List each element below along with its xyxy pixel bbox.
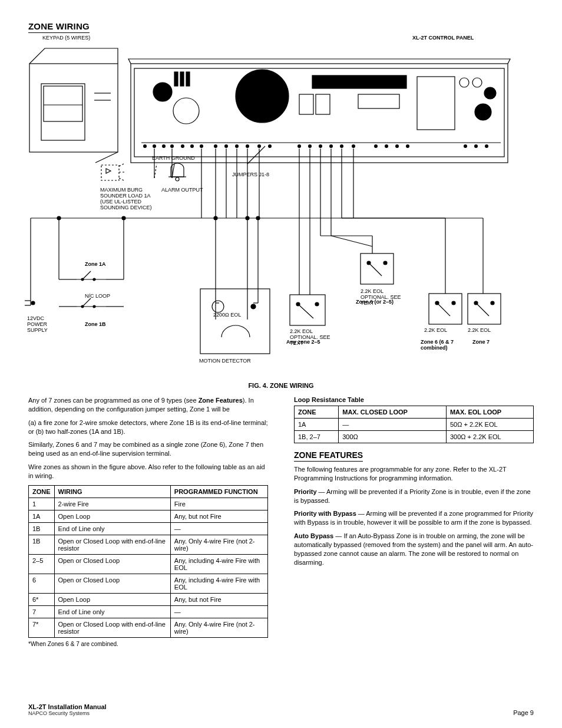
priority-bypass-title: Priority with Bypass bbox=[294, 510, 356, 517]
svg-point-120 bbox=[452, 301, 455, 305]
table-cell: 50Ω + 2.2K EOL bbox=[446, 419, 533, 431]
table-cell: Open or Closed Loop bbox=[54, 554, 170, 574]
priority-bypass-block: Priority with Bypass — Arming will be pr… bbox=[294, 509, 534, 527]
table-cell: 2-wire Fire bbox=[54, 498, 170, 510]
loop-res-title: Loop Resistance Table bbox=[294, 396, 534, 403]
svg-point-38 bbox=[485, 144, 488, 148]
svg-rect-114 bbox=[361, 253, 394, 284]
svg-point-51 bbox=[484, 87, 496, 99]
svg-point-36 bbox=[464, 144, 467, 148]
earth-label: EARTH GROUND bbox=[152, 156, 195, 162]
svg-point-28 bbox=[319, 144, 322, 148]
table-cell: 1B, 2–7 bbox=[295, 431, 339, 443]
svg-point-100 bbox=[212, 301, 224, 312]
svg-rect-99 bbox=[200, 289, 270, 354]
table-cell: Any, including 4-wire Fire with EOL bbox=[170, 574, 267, 593]
footer-title: XL-2T Installation Manual bbox=[28, 703, 107, 710]
svg-line-125 bbox=[476, 303, 489, 316]
svg-point-14 bbox=[153, 144, 156, 148]
svg-rect-6 bbox=[101, 165, 119, 180]
zone-wiring-table: ZONE WIRING PROGRAMMED FUNCTION 12-wire … bbox=[28, 485, 268, 638]
zw-h-func: PROGRAMMED FUNCTION bbox=[170, 485, 267, 498]
svg-line-113 bbox=[298, 304, 313, 318]
table-cell: Open or Closed Loop with end-of-line res… bbox=[54, 535, 170, 554]
svg-point-35 bbox=[406, 144, 409, 148]
svg-rect-42 bbox=[180, 72, 184, 86]
table-cell: Fire bbox=[170, 498, 267, 510]
zone-2-5: Any zone 2–5 bbox=[286, 340, 333, 345]
svg-point-27 bbox=[308, 144, 312, 148]
section-title: ZONE WIRING bbox=[28, 21, 90, 33]
svg-point-25 bbox=[268, 144, 272, 148]
priority-block: Priority — Arming will be prevented if a… bbox=[294, 487, 534, 505]
table-cell: End of Line only bbox=[54, 605, 170, 618]
wiring-diagram bbox=[24, 41, 536, 389]
table-cell: 1B bbox=[29, 535, 55, 554]
svg-point-109 bbox=[256, 216, 260, 220]
table-cell: 300Ω bbox=[339, 431, 447, 443]
zone-features-intro: The following features are programmable … bbox=[294, 465, 534, 483]
svg-line-121 bbox=[437, 303, 450, 316]
svg-line-88 bbox=[82, 298, 91, 307]
svg-point-112 bbox=[315, 302, 319, 306]
svg-rect-47 bbox=[312, 75, 406, 88]
figure-caption: FIG. 4. ZONE WIRING bbox=[248, 382, 313, 389]
alarm-label: ALARM OUTPUT bbox=[161, 187, 203, 193]
jumper-label: JUMPERS J1-8 bbox=[232, 172, 269, 178]
table-cell: Any. Only 4-wire Fire (not 2-wire) bbox=[170, 535, 267, 554]
svg-point-34 bbox=[395, 144, 399, 148]
left-column: Any of 7 zones can be programmed as one … bbox=[28, 396, 268, 653]
svg-point-104 bbox=[214, 216, 217, 220]
table-cell: Any, but not Fire bbox=[170, 593, 267, 605]
table-cell: 300Ω + 2.2K EOL bbox=[446, 431, 533, 443]
table-cell: Any. Only 4-wire Fire (not 2-wire) bbox=[170, 618, 267, 637]
svg-point-16 bbox=[170, 144, 174, 148]
lr-h-eol: MAX. EOL LOOP bbox=[446, 406, 533, 419]
table-cell: 6 bbox=[29, 574, 55, 593]
footer-sub: NAPCO Security Systems bbox=[28, 710, 107, 716]
table-cell: Any, including 4-wire Fire with EOL bbox=[170, 554, 267, 574]
svg-point-30 bbox=[340, 144, 343, 148]
zone-1b: Zone 1B bbox=[85, 322, 106, 328]
svg-marker-7 bbox=[106, 169, 111, 173]
svg-point-93 bbox=[57, 216, 61, 220]
table-cell: — bbox=[170, 522, 267, 535]
power-label: 12VDC POWER SUPPLY bbox=[27, 316, 62, 334]
zone-table-footnote: *When Zones 6 & 7 are combined. bbox=[28, 640, 268, 648]
zone-1a: Zone 1A bbox=[85, 262, 106, 268]
svg-line-8 bbox=[119, 164, 124, 166]
zw-h-wire: WIRING bbox=[54, 485, 170, 498]
svg-point-33 bbox=[385, 144, 388, 148]
detector-label: MOTION DETECTOR bbox=[199, 358, 252, 364]
table-cell: 1 bbox=[29, 498, 55, 510]
table-cell: 2–5 bbox=[29, 554, 55, 574]
svg-point-26 bbox=[297, 144, 301, 148]
svg-point-13 bbox=[143, 144, 147, 148]
svg-point-11 bbox=[176, 177, 179, 181]
intro-p4: Similarly, Zones 6 and 7 may be combined… bbox=[28, 440, 268, 458]
table-cell: 1A bbox=[29, 510, 55, 522]
right-column: Loop Resistance Table ZONE MAX. CLOSED L… bbox=[294, 396, 534, 653]
svg-rect-41 bbox=[174, 72, 178, 86]
table-cell: 1A bbox=[295, 419, 339, 431]
lr-h-zone: ZONE bbox=[295, 406, 339, 419]
svg-point-17 bbox=[181, 144, 184, 148]
nc-loop-label: N/C LOOP bbox=[85, 294, 110, 299]
auto-bypass-block: Auto Bypass — If an Auto-Bypass Zone is … bbox=[294, 532, 534, 566]
eol-2: 2.2K EOL bbox=[424, 328, 447, 334]
zone-7: Zone 7 bbox=[472, 340, 490, 345]
svg-line-10 bbox=[119, 178, 124, 180]
table-cell: Open or Closed Loop with end-of-line res… bbox=[54, 618, 170, 637]
svg-point-20 bbox=[214, 144, 217, 148]
keypad-label: KEYPAD (5 WIRES) bbox=[42, 35, 90, 41]
loop-resistance-table: ZONE MAX. CLOSED LOOP MAX. EOL LOOP 1A—5… bbox=[294, 406, 534, 443]
zone-features-title: ZONE FEATURES bbox=[294, 450, 363, 462]
table-cell: Any, but not Fire bbox=[170, 510, 267, 522]
svg-point-32 bbox=[374, 144, 378, 148]
svg-point-97 bbox=[122, 216, 125, 220]
svg-line-117 bbox=[369, 263, 382, 276]
svg-rect-118 bbox=[429, 294, 462, 324]
svg-rect-122 bbox=[468, 294, 501, 324]
table-cell: — bbox=[170, 605, 267, 618]
svg-line-77 bbox=[331, 236, 372, 246]
